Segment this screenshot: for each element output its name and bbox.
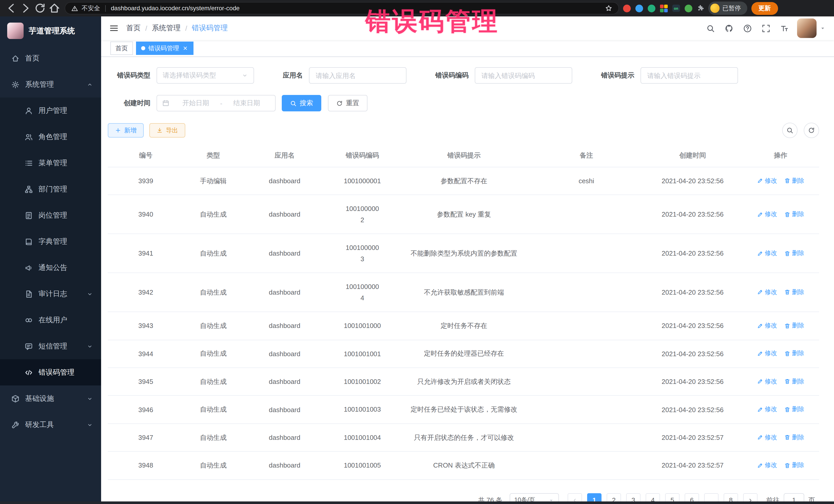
add-button[interactable]: 新增 <box>108 123 144 137</box>
sidebar-item-notice[interactable]: 通知公告 <box>0 255 101 281</box>
fullscreen-icon[interactable] <box>762 24 770 32</box>
breadcrumb-item[interactable]: 首页 <box>126 24 140 33</box>
bookmark-star-icon[interactable] <box>605 5 612 12</box>
browser-profile-badge[interactable]: 已暂停 <box>708 2 747 15</box>
sidebar-item-system[interactable]: 系统管理 <box>0 71 101 97</box>
leaf-extension-icon[interactable] <box>684 4 692 12</box>
forward-icon[interactable] <box>20 2 32 14</box>
delete-link[interactable]: 删除 <box>784 249 804 258</box>
sidebar-item-error-code[interactable]: 错误码管理 <box>0 359 101 386</box>
sidebar-item-sms[interactable]: 短信管理 <box>0 333 101 359</box>
edit-link[interactable]: 修改 <box>757 249 777 258</box>
switch-on-extension-icon[interactable]: on <box>672 5 680 12</box>
help-icon[interactable] <box>743 24 752 32</box>
error-hint-input[interactable] <box>640 67 738 84</box>
delete-link[interactable]: 删除 <box>784 433 804 442</box>
security-label[interactable]: 不安全 <box>82 4 100 13</box>
tool-icon <box>11 421 20 429</box>
cell-app: dashboard <box>243 195 326 234</box>
sidebar-item-audit-log[interactable]: 审计日志 <box>0 281 101 307</box>
date-start-placeholder[interactable]: 开始日期 <box>172 98 219 108</box>
sidebar-item-home[interactable]: 首页 <box>0 45 101 71</box>
reset-button[interactable]: 重置 <box>328 95 368 111</box>
link-icon <box>25 316 33 324</box>
column-header-0: 编号 <box>108 144 184 167</box>
search-icon[interactable] <box>706 24 715 32</box>
sidebar-item-user[interactable]: 用户管理 <box>0 97 101 124</box>
edit-link[interactable]: 修改 <box>757 405 777 414</box>
reload-icon[interactable] <box>34 2 46 14</box>
sidebar-item-post[interactable]: 岗位管理 <box>0 202 101 228</box>
cell-actions: 修改删除 <box>742 167 819 195</box>
edit-link[interactable]: 修改 <box>757 433 777 442</box>
refresh-table-button[interactable] <box>804 123 819 138</box>
sidebar-toggle-icon[interactable] <box>109 24 118 33</box>
toggle-search-button[interactable] <box>782 123 797 138</box>
color-drop-extension-icon[interactable] <box>635 4 643 12</box>
sidebar-item-online-user[interactable]: 在线用户 <box>0 307 101 333</box>
home-icon[interactable] <box>48 2 61 14</box>
table-row: 3945自动生成dashboard1001001002只允许修改为开启或者关闭状… <box>108 368 819 396</box>
cell-actions: 修改删除 <box>742 396 819 424</box>
delete-link[interactable]: 删除 <box>784 288 804 297</box>
sidebar-item-dev-tools[interactable]: 研发工具 <box>0 412 101 438</box>
breadcrumb-item[interactable]: 系统管理 <box>152 24 181 33</box>
users-icon <box>25 133 33 141</box>
edit-icon <box>757 462 763 468</box>
recorder-extension-icon[interactable] <box>623 4 631 12</box>
github-icon[interactable] <box>725 24 733 32</box>
delete-link[interactable]: 删除 <box>784 321 804 330</box>
browser-update-button[interactable]: 更新 <box>751 2 778 15</box>
cell-actions: 修改删除 <box>742 312 819 340</box>
sidebar-item-label: 部门管理 <box>39 184 67 194</box>
date-range-input[interactable]: 开始日期 - 结束日期 <box>156 95 276 111</box>
close-icon[interactable] <box>182 45 188 51</box>
edit-link[interactable]: 修改 <box>757 210 777 219</box>
octotree-extension-icon[interactable] <box>648 4 655 12</box>
sidebar-item-label: 研发工具 <box>25 420 54 429</box>
sidebar-item-label: 用户管理 <box>39 106 67 115</box>
app-logo[interactable]: 芋道管理系统 <box>0 17 101 45</box>
cell-code: 1001001000 <box>326 312 398 340</box>
sidebar-item-dict[interactable]: 字典管理 <box>0 228 101 255</box>
edit-link[interactable]: 修改 <box>757 349 777 358</box>
edit-link[interactable]: 修改 <box>757 377 777 386</box>
edit-link[interactable]: 修改 <box>757 177 777 185</box>
address-bar[interactable]: 不安全 dashboard.yudao.iocoder.cn/system/er… <box>65 2 619 14</box>
error-code-type-select[interactable]: 请选择错误码类型 <box>156 67 254 84</box>
user-avatar[interactable] <box>797 19 826 38</box>
puzzle-extension-icon[interactable] <box>697 5 704 12</box>
export-button[interactable]: 导出 <box>149 123 185 137</box>
back-icon[interactable] <box>5 2 18 14</box>
font-size-icon[interactable] <box>780 24 789 32</box>
tab-error-code[interactable]: 错误码管理 <box>136 42 194 55</box>
edit-link[interactable]: 修改 <box>757 461 777 469</box>
sidebar-item-dept[interactable]: 部门管理 <box>0 176 101 202</box>
security-warning-icon[interactable] <box>71 5 78 12</box>
delete-link[interactable]: 删除 <box>784 210 804 219</box>
cell-message: 参数配置不存在 <box>398 167 530 195</box>
cell-memo <box>530 195 643 234</box>
url-text[interactable]: dashboard.yudao.iocoder.cn/system/error-… <box>111 5 601 12</box>
cell-memo: ceshi <box>530 167 643 195</box>
sidebar-item-infrastructure[interactable]: 基础设施 <box>0 386 101 412</box>
delete-link[interactable]: 删除 <box>784 377 804 386</box>
edit-link[interactable]: 修改 <box>757 321 777 330</box>
error-code-input[interactable] <box>475 67 572 84</box>
sidebar-item-menu[interactable]: 菜单管理 <box>0 150 101 176</box>
delete-link[interactable]: 删除 <box>784 405 804 414</box>
delete-link[interactable]: 删除 <box>784 177 804 185</box>
apps-grid-extension-icon[interactable] <box>660 4 668 12</box>
cell-app: dashboard <box>243 273 326 312</box>
delete-link[interactable]: 删除 <box>784 349 804 358</box>
edit-link[interactable]: 修改 <box>757 288 777 297</box>
search-button[interactable]: 搜索 <box>282 95 321 111</box>
app-name-input[interactable] <box>309 67 407 84</box>
breadcrumb-item[interactable]: 错误码管理 <box>192 24 228 33</box>
add-button-label: 新增 <box>124 126 136 135</box>
sidebar-item-role[interactable]: 角色管理 <box>0 124 101 150</box>
cell-id: 3941 <box>108 234 184 273</box>
tab-home[interactable]: 首页 <box>110 42 133 55</box>
date-end-placeholder[interactable]: 结束日期 <box>223 98 270 108</box>
delete-link[interactable]: 删除 <box>784 461 804 469</box>
